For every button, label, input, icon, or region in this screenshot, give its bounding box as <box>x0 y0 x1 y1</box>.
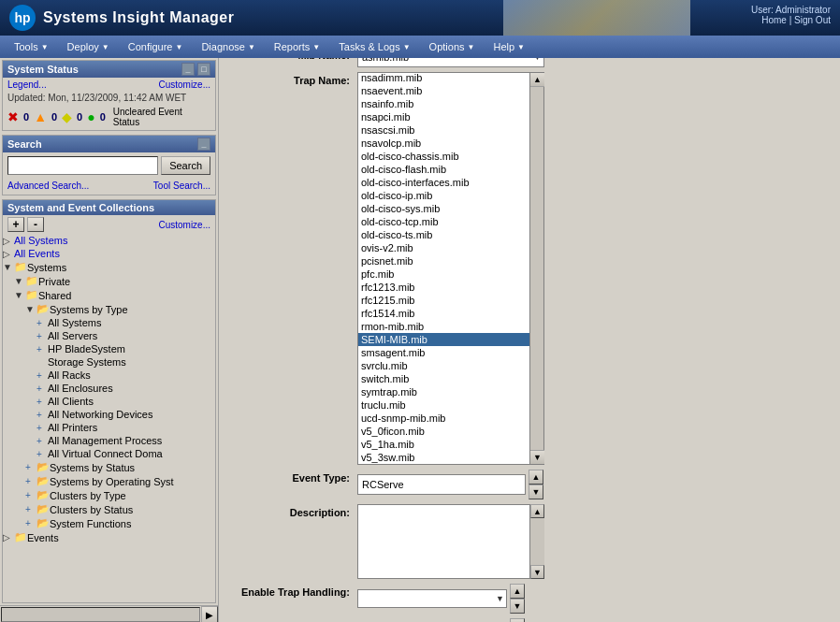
trap-list-item[interactable]: v5_3sw.mib <box>358 451 529 464</box>
tree-item-all-servers[interactable]: + All Servers <box>36 329 215 342</box>
customize-link[interactable]: Customize... <box>158 80 210 90</box>
description-textarea[interactable] <box>357 504 530 579</box>
tree-item-all-networking[interactable]: + All Networking Devices <box>36 408 215 421</box>
trap-list-item[interactable]: nsavolcp.mib <box>358 137 529 150</box>
trap-list-item[interactable]: old-cisco-ip.mib <box>358 189 529 202</box>
trap-list-item[interactable]: nsainfo.mib <box>358 97 529 110</box>
menu-tasks-logs[interactable]: Tasks & Logs ▼ <box>329 38 419 55</box>
trap-list-item[interactable]: nsascsi.mib <box>358 123 529 137</box>
trap-scroll-up-btn[interactable]: ▲ <box>530 73 544 87</box>
desc-scroll-down-btn[interactable]: ▼ <box>530 565 544 579</box>
trap-list-item[interactable]: ovis-v2.mib <box>358 241 529 254</box>
trap-list-item[interactable]: ucd-snmp-mib.mib <box>358 412 529 425</box>
trap-list-item[interactable]: nsaevent.mib <box>358 84 529 97</box>
minimize-icon[interactable]: _ <box>181 63 195 76</box>
tree-item-all-systems-sub[interactable]: + All Systems <box>36 316 215 329</box>
trap-list-item[interactable]: v5_0ficon.mib <box>358 425 529 438</box>
tree-item-all-events[interactable]: ▷ All Events <box>3 247 215 260</box>
trap-list-item[interactable]: nsadimm.mib <box>358 72 529 84</box>
tree-item-hp-blade[interactable]: + HP BladeSystem <box>36 342 215 355</box>
trap-list-item[interactable]: old-cisco-interfaces.mib <box>358 176 529 189</box>
tree-item-all-enclosures[interactable]: + All Enclosures <box>36 382 215 395</box>
tree-item-all-clients[interactable]: + All Clients <box>36 395 215 408</box>
trap-list-item[interactable]: rfc1215.mib <box>358 294 529 307</box>
tree-item-private[interactable]: ▼ 📁 Private <box>14 274 215 288</box>
trap-list-item[interactable]: SEMI-MIB.mib <box>358 333 529 346</box>
tree-item-all-printers[interactable]: + All Printers <box>36 421 215 434</box>
remove-collection-button[interactable]: - <box>27 217 44 232</box>
trap-list-item[interactable]: pcisnet.mib <box>358 254 529 268</box>
logo-area: hp Systems Insight Manager <box>9 5 234 31</box>
home-link[interactable]: Home <box>761 15 787 25</box>
sidebar-hscroll-right-btn[interactable]: ▶ <box>201 606 218 622</box>
all-systems-sub-label: All Systems <box>48 317 101 328</box>
menu-tools[interactable]: Tools ▼ <box>5 38 58 55</box>
trap-name-listbox[interactable]: nsadimm.mibnsaevent.mibnsainfo.mibnsapci… <box>357 72 530 465</box>
tree-item-systems[interactable]: ▼ 📁 Systems <box>3 260 215 274</box>
trap-list-item[interactable]: old-cisco-sys.mib <box>358 202 529 215</box>
tree-item-systems-by-status[interactable]: + 📂 Systems by Status <box>25 460 215 474</box>
trap-list-item[interactable]: old-cisco-tcp.mib <box>358 215 529 228</box>
trap-list-item[interactable]: v5_1ha.mib <box>358 438 529 451</box>
tree-item-system-functions[interactable]: + 📂 System Functions <box>25 516 215 530</box>
tree-item-events[interactable]: ▷ 📁 Events <box>3 530 215 544</box>
all-events-label: All Events <box>14 248 60 259</box>
menu-reports[interactable]: Reports ▼ <box>265 38 329 55</box>
tree-item-storage-systems[interactable]: Storage Systems <box>36 355 215 369</box>
trap-list-item[interactable]: old-cisco-flash.mib <box>358 163 529 176</box>
trap-list-item[interactable]: rfc1514.mib <box>358 307 529 320</box>
enable-trap-scroll-down[interactable]: ▼ <box>510 599 525 614</box>
enable-trap-scroll-up[interactable]: ▲ <box>510 584 525 599</box>
all-printers-arrow: + <box>36 423 46 433</box>
tree-item-clusters-by-type[interactable]: + 📂 Clusters by Type <box>25 488 215 502</box>
sign-out-link[interactable]: Sign Out <box>794 15 831 25</box>
trap-list-item[interactable]: pfc.mib <box>358 268 529 281</box>
enable-trap-select[interactable] <box>357 589 507 608</box>
sidebar-hscroll-track[interactable] <box>1 607 200 622</box>
trap-list-item[interactable]: truclu.mib <box>358 398 529 412</box>
event-type-scroll-down[interactable]: ▼ <box>529 485 543 499</box>
search-input[interactable] <box>7 156 158 175</box>
search-minimize-icon[interactable]: _ <box>197 137 210 151</box>
legend-link[interactable]: Legend... <box>7 80 47 90</box>
category-scroll-up[interactable]: ▲ <box>510 618 525 622</box>
enable-trap-select-wrapper <box>357 589 507 608</box>
all-networking-label: All Networking Devices <box>48 409 152 420</box>
trap-list-item[interactable]: old-cisco-ts.mib <box>358 228 529 241</box>
menu-options[interactable]: Options ▼ <box>420 38 485 55</box>
trap-list-item[interactable]: rfc1213.mib <box>358 281 529 294</box>
trap-list-item[interactable]: nsapci.mib <box>358 110 529 123</box>
collections-customize-link[interactable]: Customize... <box>158 220 210 230</box>
tree-item-shared[interactable]: ▼ 📁 Shared <box>14 288 215 302</box>
tree-item-all-racks[interactable]: + All Racks <box>36 369 215 382</box>
tree-item-all-mgmt[interactable]: + All Management Process <box>36 434 215 447</box>
trap-list-item[interactable]: svrclu.mib <box>358 359 529 372</box>
trap-list-item[interactable]: rmon-mib.mib <box>358 320 529 333</box>
trap-scroll-down-btn[interactable]: ▼ <box>530 450 544 464</box>
restore-icon[interactable]: □ <box>197 63 210 76</box>
trap-list-item[interactable]: old-cisco-chassis.mib <box>358 150 529 163</box>
event-type-input[interactable] <box>357 474 526 495</box>
search-button[interactable]: Search <box>161 156 210 175</box>
tree-scroll-area[interactable]: ▷ All Systems ▷ All Events ▼ 📁 Systems ▼… <box>3 234 215 602</box>
tree-item-clusters-by-status[interactable]: + 📂 Clusters by Status <box>25 502 215 516</box>
status-icon-ok: ● <box>87 109 94 124</box>
trap-list-item[interactable]: symtrap.mib <box>358 385 529 398</box>
trap-list-item[interactable]: smsagent.mib <box>358 346 529 359</box>
desc-scroll-up-btn[interactable]: ▲ <box>530 504 544 518</box>
tree-item-systems-by-type[interactable]: ▼ 📂 Systems by Type <box>25 302 215 316</box>
tool-search-link[interactable]: Tool Search... <box>153 181 210 191</box>
add-collection-button[interactable]: + <box>7 217 24 232</box>
tree-item-all-systems[interactable]: ▷ All Systems <box>3 234 215 247</box>
tree-item-systems-by-os[interactable]: + 📂 Systems by Operating Syst <box>25 474 215 488</box>
menu-configure[interactable]: Configure ▼ <box>119 38 193 55</box>
trap-list-item[interactable]: switch.mib <box>358 372 529 385</box>
menu-diagnose[interactable]: Diagnose ▼ <box>192 38 264 55</box>
menu-deploy[interactable]: Deploy ▼ <box>58 38 119 55</box>
tree-item-all-vc[interactable]: + All Virtual Connect Doma <box>36 447 215 460</box>
menu-help[interactable]: Help ▼ <box>484 38 534 55</box>
enable-trap-container: ▲ ▼ <box>357 584 833 614</box>
mib-name-select[interactable]: asmib.mib <box>357 58 544 67</box>
event-type-scroll-up[interactable]: ▲ <box>529 470 543 485</box>
advanced-search-link[interactable]: Advanced Search... <box>7 181 89 191</box>
